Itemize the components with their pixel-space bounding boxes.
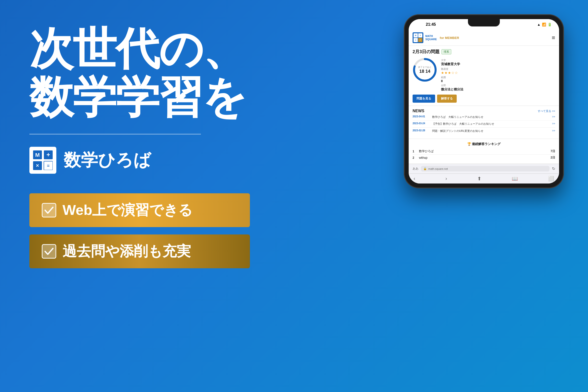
svg-rect-8 xyxy=(42,203,56,217)
browser-bar: ああ 🔒 math-square.net ↻ xyxy=(409,164,559,174)
range-value: II xyxy=(441,79,555,83)
feature-badge-2: 過去問や添削も充実 xyxy=(30,234,250,268)
problem-date: 2月3日の問題 xyxy=(412,49,440,55)
news-title: NEWS xyxy=(412,109,424,113)
rank-days-2: 2日 xyxy=(550,156,555,160)
status-icons: ▲ 📶 🔋 xyxy=(537,22,552,26)
phone-screen: 21:45 ▲ 📶 🔋 M + × = MATHSQ xyxy=(409,19,559,184)
divider xyxy=(30,134,201,134)
news-item-1: 2023-04-01 数学ひろば 大幅リニューアルのお知らせ >> xyxy=(412,115,555,120)
left-section: 次世代の、 数学学習を M + × = 数学ひろば xyxy=(30,24,299,276)
feature2-text: 過去問や添削も充実 xyxy=(62,242,191,261)
ranking-item-2: 2 withup 2日 xyxy=(412,154,555,161)
news-date-1: 2023-04-01 xyxy=(412,115,430,118)
bookmarks-icon[interactable]: 📖 xyxy=(512,176,518,182)
signal-icon: ▲ xyxy=(537,22,540,26)
svg-text:=: = xyxy=(47,164,50,168)
app-header: M + × = MATHSQUARE for MEMBER ≡ xyxy=(409,30,559,46)
news-arrow-1[interactable]: >> xyxy=(552,115,555,118)
problem-buttons: 問題を見る 解答する xyxy=(412,94,555,103)
ranking-section: 🏆 連続解答ランキング 1 数学ひろば 7日 2 withup 2日 xyxy=(409,139,559,164)
problem-content: 終了まであと 18 14 大学 宮城教育大学 難易度 ★★★☆☆ 範囲 II 分… xyxy=(412,58,555,92)
svg-text:+: + xyxy=(46,151,50,158)
subject-badge: 理系 xyxy=(442,49,451,54)
timer-container: 終了まであと 18 14 xyxy=(412,58,437,83)
tabs-icon[interactable]: ⬜ xyxy=(548,176,554,182)
timer-svg: 終了まであと 18 14 xyxy=(412,58,437,82)
logo-eq: = xyxy=(418,38,422,42)
rank-num-2: 2 xyxy=(412,156,416,160)
field-label: 分野 xyxy=(441,84,555,87)
ranking-item-1: 1 数学ひろば 7日 xyxy=(412,148,555,154)
app-name: MATHSQUARE xyxy=(425,34,437,41)
news-text-1: 数学ひろば 大幅リニューアルのお知らせ xyxy=(432,115,550,119)
logo-x: × xyxy=(414,38,418,42)
news-header: NEWS すべて見る >> xyxy=(412,109,555,113)
app-logo-area: M + × = MATHSQUARE for MEMBER xyxy=(412,32,459,43)
url-bar[interactable]: 🔒 math-square.net xyxy=(421,166,550,172)
range-label: 範囲 xyxy=(441,76,555,79)
title-line1: 次世代の、 xyxy=(30,24,246,73)
svg-text:×: × xyxy=(36,162,39,168)
logo-text: 数学ひろば xyxy=(64,149,151,172)
university-value: 宮城教育大学 xyxy=(441,62,555,66)
svg-text:18 14: 18 14 xyxy=(419,69,430,74)
problem-info: 大学 宮城教育大学 難易度 ★★★☆☆ 範囲 II 分野 微分法と積分法 xyxy=(441,58,555,92)
notch xyxy=(468,19,500,26)
logo-m: M xyxy=(414,33,418,38)
hamburger-icon[interactable]: ≡ xyxy=(552,34,555,41)
news-more[interactable]: すべて見る >> xyxy=(538,109,555,113)
rank-name-1: 数学ひろば xyxy=(419,149,548,153)
battery-icon: 🔋 xyxy=(548,22,552,26)
browser-lang: ああ xyxy=(412,166,418,171)
answer-problem-button[interactable]: 解答する xyxy=(437,94,457,103)
logo-plus: + xyxy=(418,33,422,38)
logo-svg: M + × = xyxy=(33,150,53,170)
app-logo-box: M + × = xyxy=(412,32,423,43)
news-arrow-2[interactable]: >> xyxy=(552,122,555,125)
status-time: 21:45 xyxy=(416,22,436,27)
phone-container: 21:45 ▲ 📶 🔋 M + × = MATHSQ xyxy=(404,15,564,188)
news-text-3: 問題・解説プリントのURL変更のお知らせ xyxy=(432,129,550,133)
share-icon[interactable]: ⬆ xyxy=(477,176,482,182)
university-label: 大学 xyxy=(441,58,555,62)
news-date-3: 2023-02-28 xyxy=(412,129,430,132)
for-member-label: for MEMBER xyxy=(440,36,459,40)
news-text-2: 【予告】数学ひろば 大幅リニューアルのお知らせ xyxy=(432,122,550,126)
svg-text:M: M xyxy=(35,152,40,158)
news-section: NEWS すべて見る >> 2023-04-01 数学ひろば 大幅リニューアルの… xyxy=(409,106,559,139)
title-line2: 数学学習を xyxy=(30,72,246,122)
svg-text:終了まであと: 終了まであと xyxy=(418,66,432,68)
main-title: 次世代の、 数学学習を xyxy=(30,24,299,122)
logo-row: M + × = 数学ひろば xyxy=(30,147,299,174)
app-name-block: MATHSQUARE xyxy=(425,34,437,41)
check-icon-2 xyxy=(42,244,56,259)
problem-header: 2月3日の問題 理系 xyxy=(412,49,555,55)
forward-icon[interactable]: › xyxy=(446,176,447,182)
field-value: 微分法と積分法 xyxy=(441,87,555,92)
rank-days-1: 7日 xyxy=(550,149,555,153)
news-item-2: 2023-03-24 【予告】数学ひろば 大幅リニューアルのお知らせ >> xyxy=(412,122,555,128)
check-icon-1 xyxy=(42,203,56,218)
rank-num-1: 1 xyxy=(412,150,416,153)
refresh-icon[interactable]: ↻ xyxy=(552,166,555,171)
phone-outer: 21:45 ▲ 📶 🔋 M + × = MATHSQ xyxy=(404,15,564,188)
svg-rect-9 xyxy=(42,244,56,258)
url-text: math-square.net xyxy=(428,167,448,170)
browser-nav: ‹ › ⬆ 📖 ⬜ xyxy=(409,174,559,184)
difficulty-label: 難易度 xyxy=(441,68,555,71)
math-square-logo: M + × = xyxy=(30,147,56,174)
problem-section: 2月3日の問題 理系 終了まであと 18 14 大学 xyxy=(409,46,559,106)
back-icon[interactable]: ‹ xyxy=(414,176,415,182)
feature-badge-1: Web上で演習できる xyxy=(30,193,250,227)
wifi-icon: 📶 xyxy=(542,22,546,26)
rank-name-2: withup xyxy=(419,156,548,160)
ranking-header: 🏆 連続解答ランキング xyxy=(412,142,555,146)
lock-icon: 🔒 xyxy=(423,167,427,170)
view-problem-button[interactable]: 問題を見る xyxy=(412,94,435,103)
news-date-2: 2023-03-24 xyxy=(412,122,430,125)
difficulty-stars: ★★★☆☆ xyxy=(441,71,555,75)
news-arrow-3[interactable]: >> xyxy=(552,129,555,132)
feature1-text: Web上で演習できる xyxy=(62,201,192,220)
news-item-3: 2023-02-28 問題・解説プリントのURL変更のお知らせ >> xyxy=(412,129,555,134)
